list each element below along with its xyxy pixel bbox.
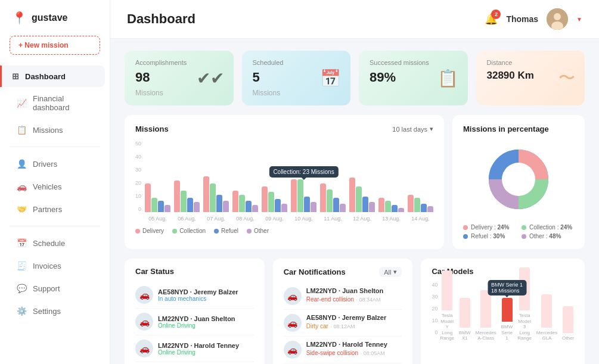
notif-item-0: 🚗 LM22NYD · Juan Shelton Rear-end collis… bbox=[284, 283, 402, 310]
model-bar bbox=[563, 306, 573, 333]
status-item-0: 🚗 AE58NYD · Jeremy Balzer In auto mechan… bbox=[135, 282, 254, 309]
bar-segment bbox=[427, 206, 433, 212]
status-tag: Online Driving bbox=[158, 349, 254, 356]
user-dropdown-arrow[interactable]: ▼ bbox=[576, 16, 582, 23]
bar-segment bbox=[362, 197, 368, 212]
notif-time: · 08:34AM bbox=[356, 297, 380, 303]
notif-time: · 08:12AM bbox=[331, 323, 355, 329]
main-area: Dashboard 🔔 2 Thomas ▼ Accomplishments bbox=[110, 0, 599, 364]
status-info: LM22NYD · Harold Tenney Online Driving bbox=[158, 342, 254, 356]
invoices-icon: 🧾 bbox=[17, 261, 27, 270]
stat-check-icon: ✔✔ bbox=[197, 69, 224, 88]
stat-label: Scheduled bbox=[253, 59, 340, 66]
bar-segment bbox=[174, 181, 180, 212]
bar-segment bbox=[414, 198, 420, 212]
car-avatar: 🚗 bbox=[135, 313, 153, 331]
stats-row: Accomplishments 98 Missions ✔✔ Scheduled… bbox=[125, 51, 585, 105]
model-bar-label: BMW X1 bbox=[459, 330, 471, 341]
status-name: LM22NYD · Harold Tenney bbox=[158, 342, 254, 349]
bar-segment bbox=[210, 183, 216, 212]
notification-bell[interactable]: 🔔 2 bbox=[485, 13, 498, 26]
sidebar-item-partners[interactable]: 🤝 Partners bbox=[5, 198, 105, 220]
financial-icon: 📈 bbox=[17, 98, 27, 108]
sidebar-item-missions[interactable]: 📋 Missions bbox=[5, 119, 105, 141]
new-mission-button[interactable]: + New mission bbox=[10, 36, 100, 55]
user-name: Thomas bbox=[506, 14, 538, 24]
dashboard-icon: ⊞ bbox=[12, 71, 19, 81]
date-filter[interactable]: 10 last days ▾ bbox=[392, 125, 433, 133]
sidebar-item-label: Partners bbox=[33, 205, 62, 214]
sidebar-item-dashboard[interactable]: ⊞ Dashboard bbox=[0, 66, 105, 87]
pie-legend-refuel: Refuel : 30% bbox=[463, 233, 516, 239]
pie-dot bbox=[522, 234, 526, 239]
model-bar-group: Tesla Model Y Long Range bbox=[440, 270, 454, 341]
sidebar-item-support[interactable]: 💬 Support bbox=[5, 278, 105, 299]
bar-segment bbox=[378, 198, 384, 212]
notif-avatar: 🚗 bbox=[284, 341, 302, 359]
bar-segment bbox=[327, 189, 333, 212]
notif-info: LM22NYD · Juan Shelton Rear-end collisio… bbox=[306, 287, 402, 303]
sidebar-item-schedule[interactable]: 📅 Schedule bbox=[5, 232, 105, 254]
sidebar-item-label: Schedule bbox=[33, 239, 65, 248]
car-models-chart-area: 40 30 20 10 0 Tesla Model Y Long RangeBM… bbox=[432, 282, 574, 341]
svg-point-1 bbox=[554, 13, 561, 20]
notif-issue: Side-swipe collision bbox=[306, 350, 358, 356]
model-bar bbox=[442, 270, 452, 311]
pie-chart-card: Missions in percentage bbox=[452, 115, 585, 249]
legend-delivery: Delivery bbox=[135, 228, 164, 234]
bottom-row: Car Status 🚗 AE58NYD · Jeremy Balzer In … bbox=[125, 259, 585, 364]
sidebar-item-drivers[interactable]: 👤 Drivers bbox=[5, 153, 105, 175]
bar-chart-container: Collection: 23 Missions bbox=[145, 141, 433, 212]
models-chart: Tesla Model Y Long RangeBMW X1Mercedes A… bbox=[440, 288, 574, 341]
sidebar-item-financial[interactable]: 📈 Financial dashboard bbox=[5, 88, 105, 118]
sidebar-item-settings[interactable]: ⚙️ Settings bbox=[5, 300, 105, 322]
bar-segment bbox=[187, 198, 193, 212]
bar-segment bbox=[158, 201, 164, 212]
model-bar-group: BMW Serie 1 18 MissionsBMW Serie 1 bbox=[501, 298, 513, 341]
bar-segment bbox=[203, 176, 209, 212]
notif-item-1: 🚗 AE58NYD · Jeremy Balzer Dirty car · 08… bbox=[284, 310, 402, 337]
bar-x-label: 06 Aug. bbox=[174, 216, 200, 222]
model-bar bbox=[541, 294, 552, 328]
status-name: LM22NYD · Juan Shelton bbox=[158, 315, 254, 322]
bar-segment bbox=[181, 191, 187, 212]
support-icon: 💬 bbox=[17, 284, 27, 293]
stat-calendar-icon: 📅 bbox=[320, 69, 341, 88]
car-status-title: Car Status bbox=[135, 267, 174, 276]
sidebar-item-vehicles[interactable]: 🚗 Vehicles bbox=[5, 176, 105, 197]
notif-issue: Dirty car bbox=[306, 323, 328, 329]
sidebar-item-label: Support bbox=[33, 284, 60, 293]
legend-dot bbox=[214, 229, 219, 234]
bar-segment bbox=[232, 191, 238, 212]
sidebar-item-invoices[interactable]: 🧾 Invoices bbox=[5, 255, 105, 276]
model-bar-label: Tesla Model Y Long Range bbox=[440, 313, 454, 341]
status-tag: In auto mechanics bbox=[158, 295, 254, 302]
bar-group bbox=[232, 191, 258, 212]
bar-x-label: 13 Aug. bbox=[378, 216, 404, 222]
pie-dot bbox=[522, 225, 526, 230]
bar-group bbox=[262, 186, 287, 212]
bar-group: Collection: 23 Missions bbox=[291, 179, 316, 212]
bar-segment bbox=[216, 195, 222, 212]
status-info: LM22NYD · Juan Shelton Online Driving bbox=[158, 315, 254, 329]
logo-text: gustave bbox=[32, 13, 67, 23]
model-bar bbox=[480, 290, 491, 328]
car-notifications-card: Car Notifications All ▾ 🚗 LM22NYD · Juan… bbox=[273, 259, 413, 364]
legend-dot bbox=[247, 229, 252, 234]
bar-chart-area: 50 40 30 20 10 0 Collection: 23 Missions… bbox=[135, 141, 433, 222]
bar-x-label: 09 Aug. bbox=[262, 216, 287, 222]
notif-name: LM22NYD · Juan Shelton bbox=[306, 287, 402, 294]
bar-x-label: 10 Aug. bbox=[291, 216, 316, 222]
sidebar-item-label: Missions bbox=[33, 126, 63, 135]
notifications-filter[interactable]: All ▾ bbox=[379, 267, 402, 277]
stat-label: Accomplishments bbox=[135, 59, 223, 66]
bar-group bbox=[378, 198, 404, 212]
notif-time: · 08:05AM bbox=[361, 350, 385, 356]
bar-segment bbox=[340, 204, 346, 212]
pie-dot bbox=[463, 225, 468, 230]
bar-x-label: 14 Aug. bbox=[408, 216, 433, 222]
bar-segment bbox=[385, 201, 391, 212]
legend-other: Other bbox=[247, 228, 269, 234]
bar-group bbox=[174, 181, 200, 212]
bar-x-label: 12 Aug. bbox=[349, 216, 375, 222]
